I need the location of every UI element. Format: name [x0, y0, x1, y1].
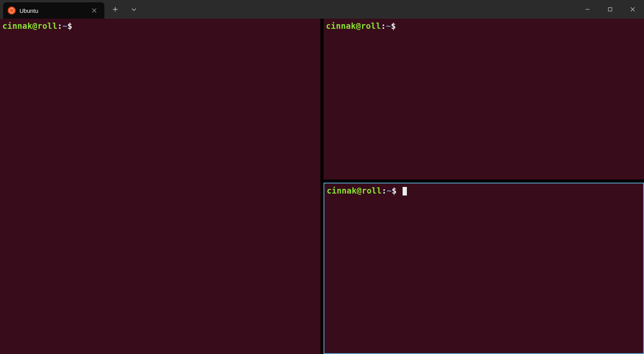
- terminal-pane-right-top[interactable]: cinnak@roll:~$: [324, 19, 644, 180]
- maximize-button[interactable]: [599, 0, 621, 19]
- tab-title: Ubuntu: [19, 7, 86, 14]
- prompt-user-host: cinnak@roll: [2, 21, 57, 31]
- terminal-pane-right-bottom-active[interactable]: cinnak@roll:~$: [324, 183, 644, 354]
- prompt-path: ~: [386, 21, 391, 31]
- terminal-content[interactable]: cinnak@roll:~$: [0, 19, 320, 34]
- prompt-symbol: $: [392, 186, 397, 195]
- prompt-separator: :: [381, 21, 386, 31]
- terminal-pane-left[interactable]: cinnak@roll:~$: [0, 19, 320, 354]
- tab-ubuntu[interactable]: Ubuntu: [3, 2, 104, 19]
- titlebar-drag-area[interactable]: [143, 0, 576, 19]
- new-tab-button[interactable]: [107, 0, 124, 19]
- prompt-user-host: cinnak@roll: [326, 21, 381, 31]
- terminal-content[interactable]: cinnak@roll:~$: [324, 19, 644, 34]
- chevron-down-icon: [131, 7, 137, 12]
- close-icon: [630, 7, 635, 12]
- tab-strip: Ubuntu: [0, 0, 104, 19]
- vertical-splitter[interactable]: [320, 19, 324, 354]
- tab-actions: [107, 0, 143, 19]
- tab-close-button[interactable]: [90, 7, 98, 14]
- prompt-path: ~: [387, 186, 392, 195]
- ubuntu-logo-icon: [8, 7, 16, 14]
- prompt-path: ~: [62, 21, 67, 31]
- prompt-separator: :: [382, 186, 387, 195]
- window-close-button[interactable]: [621, 0, 644, 19]
- plus-icon: [113, 7, 118, 12]
- horizontal-splitter[interactable]: [324, 180, 644, 183]
- minimize-button[interactable]: [576, 0, 599, 19]
- tab-dropdown-button[interactable]: [125, 0, 143, 19]
- svg-rect-0: [609, 8, 612, 11]
- close-icon: [92, 8, 97, 13]
- minimize-icon: [585, 7, 590, 12]
- terminal-content[interactable]: cinnak@roll:~$: [324, 183, 643, 199]
- prompt-separator: :: [57, 21, 62, 31]
- terminal-area: cinnak@roll:~$ cinnak@roll:~$ cinnak@rol…: [0, 19, 644, 354]
- titlebar[interactable]: Ubuntu: [0, 0, 644, 19]
- prompt-symbol: $: [391, 21, 396, 31]
- window-controls: [576, 0, 644, 19]
- prompt-user-host: cinnak@roll: [327, 186, 382, 195]
- prompt-symbol: $: [67, 21, 72, 31]
- terminal-pane-right-group: cinnak@roll:~$ cinnak@roll:~$: [324, 19, 644, 354]
- text-cursor: [403, 187, 407, 195]
- maximize-icon: [608, 7, 612, 12]
